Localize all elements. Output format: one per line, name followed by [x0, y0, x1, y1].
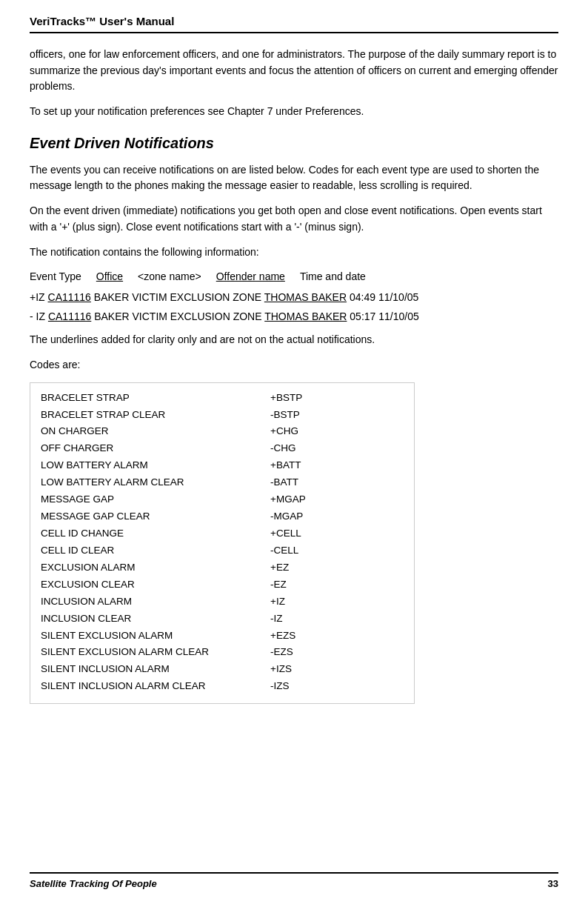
code-row: BRACELET STRAP CLEAR-BSTP — [41, 408, 404, 423]
code-row: SILENT EXCLUSION ALARM+EZS — [41, 628, 404, 644]
code-label: INCLUSION ALARM — [41, 594, 270, 610]
code-value: +EZ — [270, 560, 289, 576]
code-value: -CHG — [270, 441, 296, 456]
code-value: -IZS — [270, 679, 290, 694]
code-value: +IZS — [270, 662, 292, 677]
intro-para-2: To set up your notification preferences … — [30, 104, 558, 120]
code-row: OFF CHARGER-CHG — [41, 441, 404, 456]
header-title: VeriTracks™ User's Manual — [30, 15, 174, 27]
code-row: LOW BATTERY ALARM+BATT — [41, 458, 404, 473]
code-value: -IZ — [270, 611, 283, 627]
code-label: MESSAGE GAP — [41, 492, 270, 508]
code-label: CELL ID CHANGE — [41, 526, 270, 542]
event-type-label: Event Type — [30, 269, 81, 285]
code-label: EXCLUSION CLEAR — [41, 577, 270, 593]
time-date-label: Time and date — [300, 269, 366, 285]
code-value: +MGAP — [270, 492, 306, 508]
zone-name-label: <zone name> — [138, 269, 201, 285]
code-value: +IZ — [270, 594, 285, 610]
code-value: +CELL — [270, 526, 301, 542]
section-para-1: The events you can receive notifications… — [30, 162, 558, 194]
code-row: INCLUSION ALARM+IZ — [41, 594, 404, 610]
code-row: ON CHARGER+CHG — [41, 424, 404, 439]
code-row: SILENT EXCLUSION ALARM CLEAR-EZS — [41, 645, 404, 660]
codes-label: Codes are: — [30, 357, 558, 373]
code-value: -CELL — [270, 543, 298, 559]
office-label: Office — [96, 269, 123, 285]
code-row: SILENT INCLUSION ALARM+IZS — [41, 662, 404, 677]
code-row: MESSAGE GAP+MGAP — [41, 492, 404, 508]
code-row: CELL ID CLEAR-CELL — [41, 543, 404, 559]
section-para-3: The notification contains the following … — [30, 245, 558, 261]
code-value: +BATT — [270, 458, 301, 473]
code-value: +CHG — [270, 424, 298, 439]
code-label: ON CHARGER — [41, 424, 270, 439]
code-value: -EZS — [270, 645, 293, 660]
footer-left: Satellite Tracking Of People — [30, 878, 157, 889]
code-row: INCLUSION CLEAR-IZ — [41, 611, 404, 627]
code-value: -BSTP — [270, 408, 300, 423]
page-content: officers, one for law enforcement office… — [30, 47, 558, 704]
code-row: MESSAGE GAP CLEAR-MGAP — [41, 509, 404, 525]
page-header: VeriTracks™ User's Manual — [30, 15, 558, 33]
code-label: BRACELET STRAP CLEAR — [41, 408, 270, 423]
code-row: LOW BATTERY ALARM CLEAR-BATT — [41, 475, 404, 491]
section-para-2: On the event driven (immediate) notifica… — [30, 203, 558, 235]
code-label: SILENT EXCLUSION ALARM — [41, 628, 270, 644]
code-value: -EZ — [270, 577, 287, 593]
underline-note: The underlines added for clarity only an… — [30, 332, 558, 348]
code-label: EXCLUSION ALARM — [41, 560, 270, 576]
code-row: CELL ID CHANGE+CELL — [41, 526, 404, 542]
code-label: CELL ID CLEAR — [41, 543, 270, 559]
code-label: LOW BATTERY ALARM CLEAR — [41, 475, 270, 491]
code-row: SILENT INCLUSION ALARM CLEAR-IZS — [41, 679, 404, 694]
code-row: EXCLUSION ALARM+EZ — [41, 560, 404, 576]
intro-para-1: officers, one for law enforcement office… — [30, 47, 558, 95]
code-value: -BATT — [270, 475, 298, 491]
code-label: MESSAGE GAP CLEAR — [41, 509, 270, 525]
code-value: +EZS — [270, 628, 295, 644]
code-label: SILENT EXCLUSION ALARM CLEAR — [41, 645, 270, 660]
example-line-1: +IZ CA11116 BAKER VICTIM EXCLUSION ZONE … — [30, 290, 558, 306]
example-line-2: - IZ CA11116 BAKER VICTIM EXCLUSION ZONE… — [30, 309, 558, 325]
code-label: BRACELET STRAP — [41, 390, 270, 406]
code-row: EXCLUSION CLEAR-EZ — [41, 577, 404, 593]
offender-name-label: Offender name — [216, 269, 285, 285]
notification-info-line: Event Type Office <zone name> Offender n… — [30, 269, 558, 285]
code-label: SILENT INCLUSION ALARM CLEAR — [41, 679, 270, 694]
code-label: SILENT INCLUSION ALARM — [41, 662, 270, 677]
section-heading: Event Driven Notifications — [30, 132, 558, 155]
footer-right: 33 — [548, 878, 558, 889]
page-footer: Satellite Tracking Of People 33 — [30, 872, 558, 889]
codes-table: BRACELET STRAP+BSTPBRACELET STRAP CLEAR-… — [30, 382, 415, 705]
code-row: BRACELET STRAP+BSTP — [41, 390, 404, 406]
code-value: +BSTP — [270, 390, 302, 406]
code-value: -MGAP — [270, 509, 303, 525]
code-label: OFF CHARGER — [41, 441, 270, 456]
code-label: INCLUSION CLEAR — [41, 611, 270, 627]
code-label: LOW BATTERY ALARM — [41, 458, 270, 473]
